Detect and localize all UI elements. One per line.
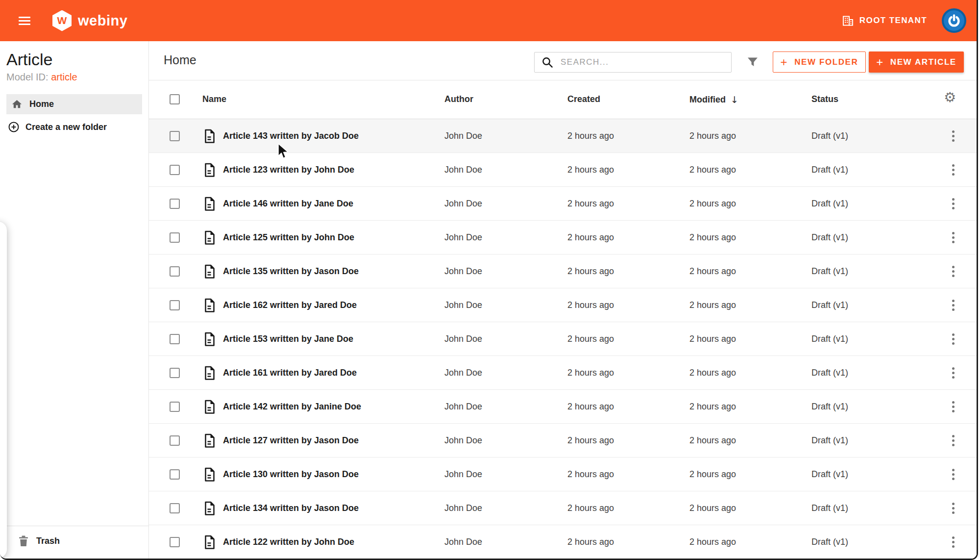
sidebar-item-home[interactable]: Home	[6, 94, 142, 114]
table-row[interactable]: Article 135 written by Jason Doe John Do…	[149, 255, 977, 288]
table-row[interactable]: Article 161 written by Jared Doe John Do…	[149, 356, 977, 390]
table-row[interactable]: Article 125 written by John Doe John Doe…	[149, 221, 977, 255]
article-name-link[interactable]: Article 122 written by John Doe	[223, 537, 354, 547]
row-actions-menu[interactable]	[948, 331, 958, 347]
tenant-selector[interactable]: ROOT TENANT	[842, 15, 927, 26]
column-header-author[interactable]: Author	[444, 94, 473, 104]
article-name-link[interactable]: Article 161 written by Jared Doe	[223, 368, 357, 378]
created-cell: 2 hours ago	[567, 266, 614, 277]
row-checkbox[interactable]	[170, 232, 180, 243]
status-cell: Draft (v1)	[811, 131, 848, 141]
user-avatar[interactable]	[942, 8, 966, 33]
document-icon	[204, 163, 216, 179]
create-folder-button[interactable]: Create a new folder	[8, 121, 107, 133]
article-name-link[interactable]: Article 162 written by Jared Doe	[223, 300, 357, 310]
article-name-link[interactable]: Article 142 written by Janine Doe	[223, 402, 361, 412]
column-header-status[interactable]: Status	[811, 94, 838, 104]
row-checkbox[interactable]	[170, 199, 180, 209]
article-name-link[interactable]: Article 146 written by Jane Doe	[223, 199, 353, 209]
created-cell: 2 hours ago	[567, 537, 614, 547]
column-header-name[interactable]: Name	[202, 94, 226, 104]
author-cell: John Doe	[444, 368, 482, 378]
author-cell: John Doe	[444, 537, 482, 547]
row-actions-menu[interactable]	[948, 229, 958, 245]
row-checkbox[interactable]	[170, 537, 180, 547]
table-row[interactable]: Article 123 written by John Doe John Doe…	[149, 153, 977, 187]
row-actions-menu[interactable]	[948, 128, 958, 144]
app-window: W webiny ROOT TENANT	[0, 0, 978, 560]
column-header-created[interactable]: Created	[567, 94, 600, 104]
row-actions-menu[interactable]	[948, 365, 958, 381]
author-cell: John Doe	[444, 131, 482, 141]
new-article-button[interactable]: + NEW ARTICLE	[869, 51, 964, 73]
row-checkbox[interactable]	[170, 435, 180, 446]
article-name-link[interactable]: Article 125 written by John Doe	[223, 232, 354, 243]
row-actions-menu[interactable]	[948, 196, 958, 211]
status-cell: Draft (v1)	[811, 300, 848, 310]
webiny-logo[interactable]: W webiny	[52, 10, 127, 31]
author-cell: John Doe	[444, 334, 482, 344]
select-all-checkbox[interactable]	[170, 94, 180, 104]
modified-cell: 2 hours ago	[689, 537, 736, 547]
article-name-link[interactable]: Article 134 written by Jason Doe	[223, 503, 359, 513]
document-icon	[204, 400, 216, 416]
new-folder-button[interactable]: + NEW FOLDER	[773, 51, 866, 73]
article-name-link[interactable]: Article 123 written by John Doe	[223, 165, 354, 175]
article-name-link[interactable]: Article 135 written by Jason Doe	[223, 266, 359, 277]
row-actions-menu[interactable]	[948, 534, 958, 550]
table-row[interactable]: Article 143 written by Jacob Doe John Do…	[149, 119, 977, 153]
search-input[interactable]	[561, 57, 722, 67]
main-content: Home + NEW FOLDER + NEW ARTICLE	[149, 41, 977, 559]
table-row[interactable]: Article 153 written by Jane Doe John Doe…	[149, 322, 977, 356]
row-actions-menu[interactable]	[948, 162, 958, 178]
sidebar-footer: Trash	[0, 526, 148, 559]
article-name-link[interactable]: Article 153 written by Jane Doe	[223, 334, 353, 344]
article-name-link[interactable]: Article 127 written by Jason Doe	[223, 435, 359, 446]
modified-cell: 2 hours ago	[689, 131, 736, 141]
status-cell: Draft (v1)	[811, 232, 848, 243]
funnel-icon	[747, 56, 759, 68]
row-checkbox[interactable]	[170, 469, 180, 480]
article-name-link[interactable]: Article 143 written by Jacob Doe	[223, 131, 359, 141]
table-settings-gear-icon[interactable]: ⚙	[944, 89, 956, 105]
status-cell: Draft (v1)	[811, 368, 848, 378]
table-row[interactable]: Article 127 written by Jason Doe John Do…	[149, 424, 977, 458]
row-checkbox[interactable]	[170, 266, 180, 277]
document-icon	[204, 129, 216, 146]
created-cell: 2 hours ago	[567, 131, 614, 141]
row-checkbox[interactable]	[170, 131, 180, 141]
filter-button[interactable]	[744, 53, 761, 71]
row-checkbox[interactable]	[170, 334, 180, 344]
row-actions-menu[interactable]	[948, 466, 958, 482]
row-actions-menu[interactable]	[948, 433, 958, 448]
table-row[interactable]: Article 146 written by Jane Doe John Doe…	[149, 187, 977, 221]
row-checkbox[interactable]	[170, 368, 180, 378]
row-actions-menu[interactable]	[948, 500, 958, 516]
row-actions-menu[interactable]	[948, 263, 958, 279]
created-cell: 2 hours ago	[567, 503, 614, 513]
row-actions-menu[interactable]	[948, 399, 958, 414]
table-row[interactable]: Article 162 written by Jared Doe John Do…	[149, 288, 977, 322]
column-header-modified[interactable]: Modified ↓	[689, 94, 738, 105]
building-icon	[842, 15, 854, 26]
trash-button[interactable]: Trash	[19, 535, 60, 547]
table-row[interactable]: Article 122 written by John Doe John Doe…	[149, 525, 977, 559]
modified-label: Modified	[689, 95, 726, 105]
row-checkbox[interactable]	[170, 300, 180, 310]
created-cell: 2 hours ago	[567, 334, 614, 344]
status-cell: Draft (v1)	[811, 503, 848, 513]
row-checkbox[interactable]	[170, 165, 180, 175]
model-id-link[interactable]: article	[51, 72, 77, 82]
document-icon	[204, 467, 216, 484]
row-checkbox[interactable]	[170, 402, 180, 412]
document-icon	[204, 332, 216, 349]
table-row[interactable]: Article 134 written by Jason Doe John Do…	[149, 491, 977, 525]
row-actions-menu[interactable]	[948, 297, 958, 313]
table-row[interactable]: Article 142 written by Janine Doe John D…	[149, 390, 977, 424]
article-name-link[interactable]: Article 130 written by Jason Doe	[223, 469, 359, 480]
row-checkbox[interactable]	[170, 503, 180, 513]
table-row[interactable]: Article 130 written by Jason Doe John Do…	[149, 458, 977, 491]
status-cell: Draft (v1)	[811, 199, 848, 209]
menu-hamburger-icon[interactable]	[19, 15, 30, 27]
sidebar-home-label: Home	[29, 99, 54, 109]
